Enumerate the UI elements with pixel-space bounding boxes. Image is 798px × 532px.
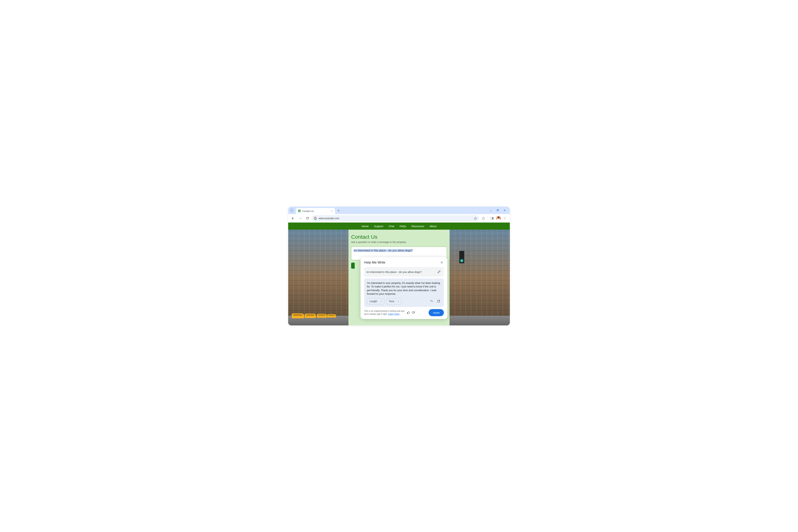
more-vert-icon [503, 217, 507, 220]
profile-avatar[interactable] [496, 216, 501, 221]
browser-toolbar: www.example.com [288, 214, 510, 223]
popup-title: Help Me Write [364, 261, 385, 264]
arrow-right-icon [299, 216, 302, 220]
side-panel-icon [491, 217, 494, 220]
nav-link-about[interactable]: About [430, 225, 436, 228]
window-close-button[interactable] [503, 208, 507, 212]
nav-link-resources[interactable]: Resources [412, 225, 424, 228]
close-icon [440, 261, 443, 264]
svg-rect-1 [497, 210, 498, 211]
feedback-thumbs [406, 311, 415, 315]
side-panel-button[interactable] [489, 215, 495, 221]
page-subtitle: Ask a question or write a message to the… [351, 241, 447, 244]
close-icon [504, 209, 506, 212]
nav-forward-button[interactable] [298, 215, 303, 221]
tab-title: Contact Us [302, 210, 329, 212]
length-dropdown[interactable]: Length [367, 298, 384, 304]
toolbar-divider [488, 216, 488, 220]
chevron-down-icon [291, 209, 293, 211]
arrow-left-icon [291, 216, 295, 220]
message-text: im interested in this place - do you all… [354, 249, 413, 252]
result-card: I'm interested in your property. It's ex… [364, 279, 444, 307]
reload-icon [306, 217, 309, 220]
disclaimer-text: This is an experimental AI writing aid a… [364, 310, 405, 316]
svg-point-5 [505, 218, 505, 218]
learn-more-link[interactable]: Learn more [388, 313, 400, 315]
maximize-icon [496, 209, 499, 211]
nav-reload-button[interactable] [304, 215, 310, 221]
pencil-icon [437, 270, 441, 273]
caret-down-icon [397, 300, 399, 302]
thumbs-down-button[interactable] [411, 311, 415, 315]
edit-prompt-button[interactable] [437, 269, 441, 274]
chrome-menu-button[interactable] [502, 215, 508, 221]
tab-close-button[interactable] [330, 210, 333, 212]
tab-search-button[interactable] [290, 208, 294, 213]
extensions-button[interactable] [480, 215, 486, 221]
window-minimize-button[interactable] [489, 208, 493, 212]
svg-point-4 [505, 217, 505, 217]
star-icon [474, 217, 477, 220]
url-text: www.example.com [319, 217, 472, 220]
caret-down-icon [380, 300, 382, 302]
help-me-write-popup: Help Me Write im interested in this plac… [361, 257, 448, 319]
svg-rect-3 [492, 217, 493, 220]
browser-tab[interactable]: Contact Us [296, 208, 335, 214]
hero-image-left [288, 230, 348, 325]
new-tab-button[interactable] [337, 209, 340, 212]
tone-label: Tone [389, 300, 394, 303]
refresh-icon [437, 300, 440, 303]
thumbs-up-button[interactable] [406, 311, 411, 315]
window-maximize-button[interactable] [496, 208, 499, 212]
tab-strip: Contact Us [288, 207, 510, 214]
toolbar-actions [480, 215, 508, 221]
plus-icon [337, 209, 340, 212]
page-viewport: Home Support Chat FAQs Resources About C… [288, 223, 510, 325]
undo-button[interactable] [429, 299, 434, 304]
nav-link-chat[interactable]: Chat [388, 225, 394, 228]
page-title: Contact Us [351, 234, 447, 240]
close-icon [331, 210, 333, 212]
bookmark-button[interactable] [474, 217, 477, 220]
tone-dropdown[interactable]: Tone [386, 298, 401, 304]
nav-back-button[interactable] [290, 215, 296, 221]
extension-icon [482, 217, 485, 220]
svg-point-6 [505, 219, 505, 220]
thumbs-up-icon [407, 311, 410, 314]
result-text: I'm interested in your property. It's ex… [367, 281, 441, 296]
hero-image-right [450, 230, 510, 325]
undo-icon [430, 300, 434, 303]
prompt-text: im interested in this place - do you all… [366, 270, 422, 273]
regenerate-button[interactable] [436, 299, 441, 304]
browser-window: Contact Us [288, 207, 510, 325]
length-label: Length [369, 300, 377, 303]
popup-close-button[interactable] [440, 260, 444, 265]
site-favicon [298, 210, 301, 212]
window-controls [489, 208, 508, 212]
nav-link-support[interactable]: Support [374, 225, 383, 228]
nav-link-home[interactable]: Home [362, 225, 369, 228]
thumbs-down-icon [412, 311, 415, 314]
address-bar[interactable]: www.example.com [311, 215, 479, 222]
prompt-row: im interested in this place - do you all… [364, 267, 444, 277]
site-navbar: Home Support Chat FAQs Resources About [288, 223, 510, 230]
minimize-icon [490, 209, 492, 212]
submit-button-partial[interactable] [351, 263, 355, 269]
google-icon [314, 217, 317, 220]
insert-button[interactable]: Insert [429, 309, 444, 316]
nav-link-faqs[interactable]: FAQs [400, 225, 406, 228]
